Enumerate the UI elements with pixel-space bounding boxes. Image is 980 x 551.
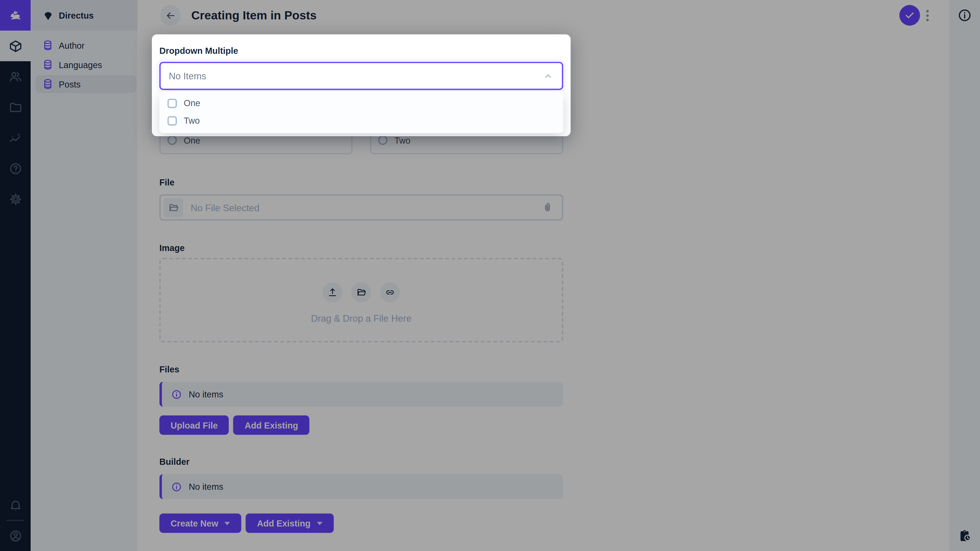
option-one-label: One (184, 98, 200, 108)
checkbox-two[interactable] (167, 116, 177, 125)
dropdown-selected-value: No Items (169, 71, 543, 81)
chevron-up-icon (543, 71, 553, 81)
checkbox-one[interactable] (167, 98, 177, 108)
dropdown-options-menu: One Two (159, 91, 563, 133)
option-two-label: Two (184, 116, 200, 125)
option-two[interactable]: Two (159, 112, 563, 129)
dropdown-multiple-label: Dropdown Multiple (159, 46, 238, 56)
dropdown-multiple-select[interactable]: No Items (159, 62, 563, 90)
option-one[interactable]: One (159, 94, 563, 112)
screen: Directus Author Languages (0, 0, 980, 551)
dropdown-multiple-modal: Dropdown Multiple No Items One Two (152, 35, 571, 136)
